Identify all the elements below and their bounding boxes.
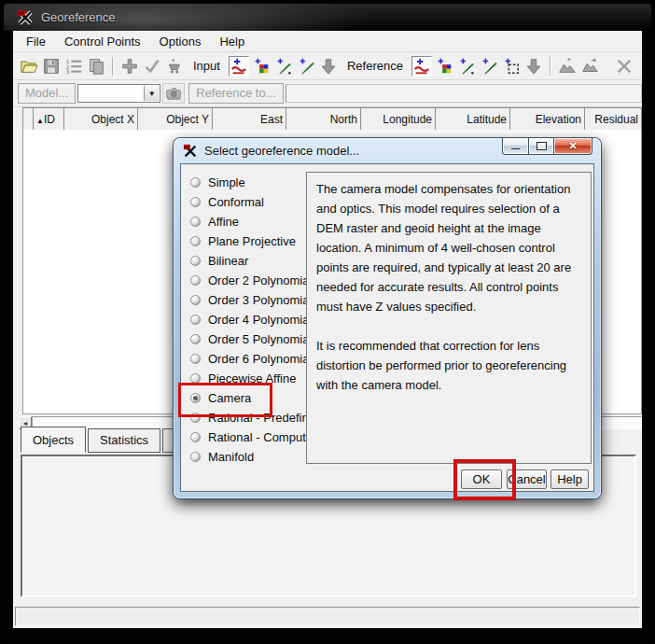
model-option-order-4-polynomial[interactable]: Order 4 Polynomial — [190, 310, 322, 329]
input-down-arrow-icon[interactable] — [318, 56, 339, 77]
header-cell-object-y[interactable]: Object Y — [137, 107, 213, 131]
status-bar — [15, 607, 640, 626]
header-cell-latitude[interactable]: Latitude — [435, 107, 510, 131]
open-folder-icon[interactable] — [19, 56, 39, 77]
tab-statistics[interactable]: Statistics — [88, 428, 160, 453]
menu-control-points[interactable]: Control Points — [55, 32, 150, 51]
reference-pencil-icon[interactable] — [479, 56, 499, 77]
toolbar: 123 Input — [13, 52, 642, 80]
apply-check-icon[interactable] — [142, 56, 162, 77]
reference-to-field[interactable] — [286, 84, 642, 103]
highlight-ok-button — [453, 459, 516, 500]
model-combobox[interactable]: ▼ — [77, 84, 160, 103]
header-cell-north[interactable]: North — [286, 107, 361, 131]
radio-icon[interactable] — [190, 354, 201, 364]
place-point-icon[interactable] — [164, 56, 185, 77]
maximize-button[interactable] — [528, 138, 554, 155]
radio-icon[interactable] — [190, 197, 201, 207]
header-cell-east[interactable]: East — [212, 107, 286, 131]
radio-icon[interactable] — [190, 217, 201, 227]
reference-color-grid-icon[interactable] — [434, 56, 454, 77]
description-paragraph: It is recommended that correction for le… — [316, 336, 581, 395]
dialog-client: Simple Conformal Affine Plane Projective… — [180, 163, 594, 492]
reference-pencil-dot-icon[interactable] — [456, 56, 477, 77]
close-button[interactable]: ✕ — [553, 138, 592, 155]
radio-icon[interactable] — [190, 275, 201, 286]
raster-transfer-icon[interactable] — [579, 56, 600, 77]
model-combobox-value — [78, 85, 86, 104]
radio-icon[interactable] — [190, 295, 201, 305]
radio-icon[interactable] — [190, 452, 201, 462]
header-cell-elevation[interactable]: Elevation — [509, 107, 585, 131]
menu-file[interactable]: File — [17, 32, 55, 51]
numbered-list-icon[interactable]: 123 — [63, 56, 84, 77]
input-pencil-dot-icon[interactable] — [273, 56, 294, 77]
toolbar-separator — [550, 57, 551, 76]
help-button[interactable]: Help — [550, 469, 589, 489]
model-option-simple[interactable]: Simple — [190, 173, 322, 192]
minimize-icon: — — [511, 144, 520, 153]
header-cell-longitude[interactable]: Longitude — [360, 107, 436, 131]
radio-icon[interactable] — [190, 334, 201, 344]
description-paragraph: The camera model compensates for orienta… — [316, 179, 581, 316]
input-pencil-icon[interactable] — [296, 56, 316, 77]
model-option-order-6-polynomial[interactable]: Order 6 Polynomial — [190, 349, 322, 369]
control-point-table-header: ▲ID Object X Object Y East North Longitu… — [22, 107, 642, 131]
screen: Georeference File Control Points Options… — [0, 0, 655, 644]
model-option-manifold[interactable]: Manifold — [190, 447, 322, 467]
model-option-rational-computed[interactable]: Rational - Computed — [190, 427, 322, 447]
radio-icon[interactable] — [190, 432, 201, 442]
model-option-plane-projective[interactable]: Plane Projective — [190, 231, 322, 251]
model-option-order-5-polynomial[interactable]: Order 5 Polynomial — [190, 329, 322, 349]
reference-group-label: Reference — [347, 59, 403, 73]
svg-text:3: 3 — [66, 69, 70, 75]
toolbar-separator — [112, 57, 114, 76]
chevron-down-icon[interactable]: ▼ — [144, 86, 159, 101]
model-bar: Model... ▼ Reference to... — [13, 80, 642, 107]
input-color-grid-icon[interactable] — [251, 56, 272, 77]
maximize-icon — [537, 142, 547, 150]
input-group-label: Input — [193, 59, 220, 73]
radio-icon[interactable] — [190, 177, 201, 188]
add-point-icon[interactable] — [119, 56, 140, 77]
sort-asc-icon: ▲ — [36, 117, 44, 125]
radio-icon[interactable] — [190, 315, 201, 325]
model-option-affine[interactable]: Affine — [190, 212, 322, 231]
model-option-bilinear[interactable]: Bilinear — [190, 251, 322, 271]
header-cell-residual[interactable]: Residual — [584, 107, 642, 131]
dialog-titlebar[interactable]: Select georeference model... — ✕ — [174, 138, 601, 163]
close-icon: ✕ — [568, 140, 577, 152]
select-georeference-model-dialog: Select georeference model... — ✕ Simple … — [174, 138, 601, 498]
reference-to-button[interactable]: Reference to... — [188, 83, 283, 104]
model-description: The camera model compensates for orienta… — [306, 172, 592, 464]
reference-frame-icon[interactable] — [501, 56, 522, 77]
radio-icon[interactable] — [190, 236, 201, 246]
highlight-camera-option — [178, 383, 272, 417]
model-option-order-2-polynomial[interactable]: Order 2 Polynomial — [190, 271, 322, 290]
input-crosshair-wave-icon[interactable] — [229, 56, 249, 77]
save-icon[interactable] — [41, 56, 62, 77]
model-button[interactable]: Model... — [18, 83, 76, 104]
raster-layer-icon[interactable] — [557, 56, 578, 77]
radio-icon[interactable] — [190, 256, 201, 266]
reference-down-arrow-icon[interactable] — [523, 56, 544, 77]
model-option-conformal[interactable]: Conformal — [190, 192, 322, 212]
menu-help[interactable]: Help — [210, 32, 254, 51]
reference-crosshair-wave-icon[interactable] — [411, 56, 432, 77]
menu-options[interactable]: Options — [150, 32, 211, 51]
tab-objects[interactable]: Objects — [21, 427, 86, 453]
header-cell-object-x[interactable]: Object X — [63, 107, 138, 131]
menubar: File Control Points Options Help — [13, 31, 642, 52]
camera-button[interactable] — [162, 83, 185, 104]
delete-x-icon[interactable] — [614, 56, 634, 77]
copy-icon[interactable] — [86, 56, 106, 77]
header-cell-id[interactable]: ▲ID — [33, 107, 64, 131]
dialog-window-buttons: — ✕ — [502, 138, 592, 155]
model-radio-list: Simple Conformal Affine Plane Projective… — [190, 173, 322, 467]
app-icon — [17, 9, 34, 26]
minimize-button[interactable]: — — [502, 138, 529, 155]
window-title: Georeference — [41, 10, 116, 24]
window-titlebar[interactable]: Georeference — [4, 4, 651, 31]
model-option-order-3-polynomial[interactable]: Order 3 Polynomial — [190, 290, 322, 310]
dialog-title: Select georeference model... — [204, 144, 359, 158]
